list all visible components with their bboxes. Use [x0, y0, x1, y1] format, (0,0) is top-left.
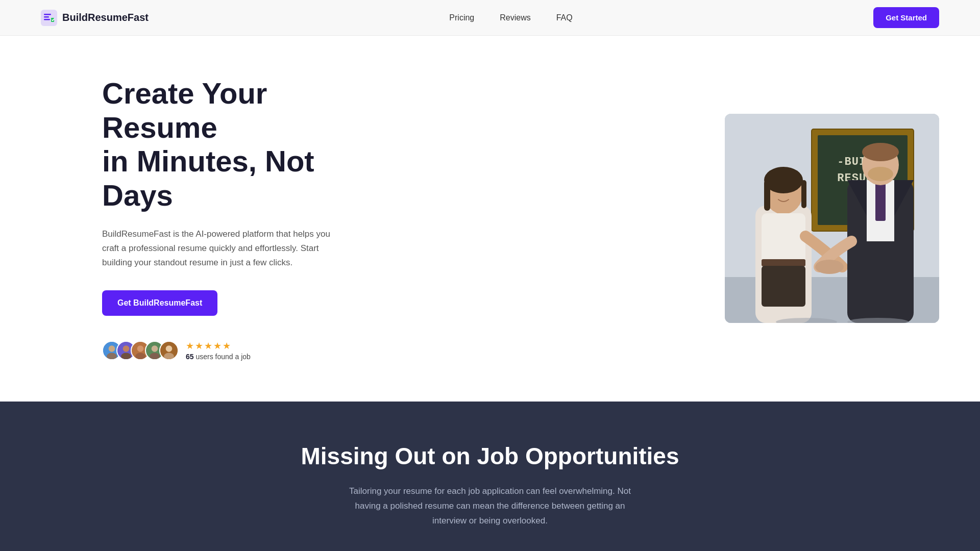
hero-title: Create Your Resume in Minutes, Not Days — [102, 77, 368, 213]
svg-point-16 — [150, 353, 160, 360]
social-proof: ★ ★ ★ ★ ★ 65 users found a job — [102, 340, 368, 361]
svg-point-15 — [152, 345, 158, 352]
nav-get-started-button[interactable]: Get Started — [873, 7, 939, 28]
hero-image: -BUILD- RESUME- FAST — [725, 114, 939, 323]
nav-faq[interactable]: FAQ — [556, 13, 573, 22]
svg-rect-0 — [41, 10, 57, 26]
star-rating: ★ ★ ★ ★ ★ — [186, 340, 251, 352]
svg-point-10 — [121, 353, 131, 360]
hero-title-line1: Create Your Resume — [102, 77, 267, 144]
stars-text: ★ ★ ★ ★ ★ 65 users found a job — [186, 340, 251, 361]
star-2: ★ — [195, 340, 203, 352]
svg-rect-31 — [764, 180, 770, 211]
svg-rect-1 — [44, 14, 51, 15]
svg-rect-3 — [44, 19, 50, 20]
nav-links: Pricing Reviews FAQ — [449, 13, 572, 22]
logo-link[interactable]: BuildResumeFast — [41, 10, 149, 26]
user-count: 65 — [186, 353, 194, 361]
svg-rect-35 — [762, 266, 805, 307]
nav-reviews[interactable]: Reviews — [500, 13, 530, 22]
svg-point-9 — [123, 345, 130, 352]
svg-rect-38 — [875, 180, 886, 221]
svg-rect-34 — [762, 259, 805, 266]
avatar-stack — [102, 341, 179, 360]
nav-pricing[interactable]: Pricing — [449, 13, 474, 22]
users-found-job: 65 users found a job — [186, 353, 251, 361]
svg-rect-2 — [44, 16, 49, 18]
avatar — [159, 341, 179, 360]
svg-point-42 — [815, 260, 844, 274]
hero-cta-button[interactable]: Get BuildResumeFast — [102, 290, 217, 316]
star-4: ★ — [213, 340, 222, 352]
hero-section: Create Your Resume in Minutes, Not Days … — [0, 36, 980, 402]
star-5: ★ — [223, 340, 231, 352]
hero-content: Create Your Resume in Minutes, Not Days … — [102, 77, 368, 361]
svg-point-40 — [862, 143, 899, 161]
dark-section-description: Tailoring your resume for each job appli… — [337, 484, 643, 529]
hero-scene-svg: -BUILD- RESUME- FAST — [725, 114, 939, 323]
svg-rect-32 — [801, 180, 806, 208]
hero-description: BuildResumeFast is the AI-powered platfo… — [102, 227, 337, 270]
hero-title-line2: in Minutes, Not Days — [102, 144, 314, 212]
svg-point-13 — [135, 353, 145, 360]
dark-section: Missing Out on Job Opportunities Tailori… — [0, 402, 980, 551]
users-text-label: users found a job — [195, 353, 250, 361]
star-1: ★ — [186, 340, 194, 352]
logo-icon — [41, 10, 57, 26]
svg-point-7 — [107, 353, 117, 360]
dark-section-title: Missing Out on Job Opportunities — [41, 442, 939, 470]
navbar: BuildResumeFast Pricing Reviews FAQ Get … — [0, 0, 980, 36]
svg-point-41 — [868, 167, 893, 181]
svg-point-6 — [109, 345, 115, 352]
svg-point-19 — [164, 353, 174, 360]
svg-point-12 — [137, 345, 144, 352]
logo-text: BuildResumeFast — [62, 12, 149, 23]
star-3: ★ — [204, 340, 212, 352]
svg-point-18 — [166, 345, 173, 352]
